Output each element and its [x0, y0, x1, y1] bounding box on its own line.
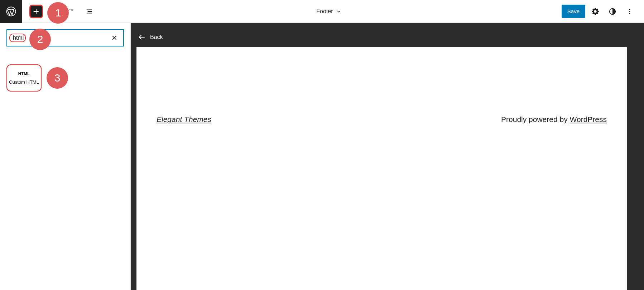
canvas-back-button[interactable]: Back — [136, 30, 627, 44]
document-title-dropdown[interactable]: Footer — [96, 8, 562, 15]
footer-site-title[interactable]: Elegant Themes — [157, 115, 211, 124]
editor-canvas: Back Elegant Themes Proudly powered by W… — [131, 23, 644, 290]
contrast-icon — [609, 8, 616, 15]
block-search-input[interactable] — [11, 33, 109, 43]
search-box: html ✕ — [6, 29, 124, 46]
document-overview-button[interactable] — [82, 4, 96, 19]
styles-button[interactable] — [605, 4, 620, 19]
add-block-button[interactable] — [29, 5, 43, 18]
options-button[interactable] — [623, 4, 637, 19]
block-item-custom-html[interactable]: HTML Custom HTML — [6, 64, 42, 92]
footer-row: Elegant Themes Proudly powered by WordPr… — [157, 115, 607, 124]
arrow-left-icon — [138, 33, 146, 41]
clear-search-button[interactable]: ✕ — [109, 33, 120, 43]
list-view-icon — [85, 8, 93, 15]
top-toolbar: Footer Save — [0, 0, 644, 23]
plus-icon — [32, 8, 40, 15]
svg-point-2 — [629, 9, 630, 10]
footer-wordpress-link[interactable]: WordPress — [570, 115, 607, 123]
canvas-content[interactable]: Elegant Themes Proudly powered by WordPr… — [136, 47, 627, 290]
wordpress-icon — [6, 6, 16, 17]
chevron-down-icon — [336, 9, 342, 14]
save-button[interactable]: Save — [562, 5, 585, 18]
block-inserter-panel: html ✕ HTML Custom HTML — [0, 23, 131, 290]
annotation-2: 2 — [29, 29, 51, 50]
html-icon: HTML — [18, 72, 30, 76]
main-area: html ✕ HTML Custom HTML Back Elegant The… — [0, 23, 644, 290]
wordpress-logo[interactable] — [0, 0, 22, 23]
footer-credit: Proudly powered by WordPress — [501, 115, 607, 124]
close-icon: ✕ — [111, 34, 117, 42]
gear-icon — [591, 8, 599, 15]
back-label: Back — [150, 34, 163, 40]
svg-point-3 — [629, 11, 630, 12]
toolbar-right-group: Save — [562, 4, 644, 19]
more-vertical-icon — [626, 8, 633, 15]
annotation-3: 3 — [47, 67, 68, 89]
annotation-1: 1 — [47, 2, 69, 24]
document-title: Footer — [316, 8, 333, 15]
settings-button[interactable] — [588, 4, 602, 19]
footer-credit-text: Proudly powered by — [501, 115, 569, 123]
svg-point-4 — [629, 13, 630, 14]
block-item-label: Custom HTML — [9, 79, 39, 85]
